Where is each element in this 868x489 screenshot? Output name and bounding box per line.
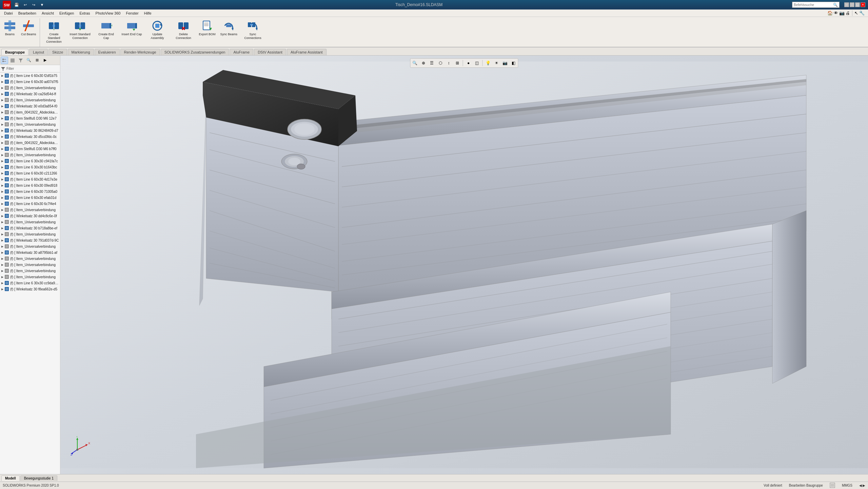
maximize-btn[interactable]: □ <box>850 2 854 7</box>
tree-expand-arrow[interactable]: ▶ <box>1 287 4 291</box>
tree-item[interactable]: ▶(f) [ Item Line 6 60x30 09ed918 <box>0 182 60 188</box>
tree-item[interactable]: ▶(f) [ item_0041922_Abdeckkappe <box>0 109 60 115</box>
vp-sun-btn[interactable]: ☀ <box>493 59 500 67</box>
vp-magnify-btn[interactable]: 🔍 <box>411 59 419 67</box>
create-standard-connection-button[interactable]: + Create Standard Connection <box>41 18 67 45</box>
vp-zoom-btn[interactable]: ⊞ <box>454 59 461 67</box>
tree-expand-arrow[interactable]: ▶ <box>1 214 4 218</box>
tree-item[interactable]: ▶(f) [ Item Line 6 60x30 c211266 <box>0 170 60 176</box>
vp-move-btn[interactable]: ↕ <box>445 59 453 67</box>
vp-filter-btn[interactable]: ⊕ <box>420 59 427 67</box>
tree-expand-arrow[interactable]: ▶ <box>1 220 4 224</box>
tree-item[interactable]: ▶(f) [ Item Line 6 30x30 b1643bc <box>0 164 60 170</box>
insert-end-cap-button[interactable]: Insert End Cap <box>120 18 144 45</box>
tree-item[interactable]: ▶(f) [ Item Line 6 60x30 4d17e3e <box>0 176 60 182</box>
tree-expand-arrow[interactable]: ▶ <box>1 171 4 175</box>
tree-item[interactable]: ▶(f) [ Item_Universalverbindung <box>0 262 60 268</box>
sync-connections-button[interactable]: Sync Connections <box>240 18 265 45</box>
delete-connection-button[interactable]: Delete Connection <box>171 18 196 45</box>
menu-einfuegen[interactable]: Einfügen <box>57 11 77 16</box>
tree-item[interactable]: ▶(f) [ Item_Universalverbindung <box>0 274 60 280</box>
tree-expand-arrow[interactable]: ▶ <box>1 257 4 260</box>
tree-expand-arrow[interactable]: ▶ <box>1 245 4 248</box>
tree-expand-arrow[interactable]: ▶ <box>1 98 4 102</box>
tree-item[interactable]: ▶(f) [ Item_Universalverbindung <box>0 207 60 213</box>
menu-extras[interactable]: Extras <box>77 11 93 16</box>
tree-item[interactable]: ▶(f) [ Item Line 6 60x30 efab31d <box>0 195 60 201</box>
tab-evaluieren[interactable]: Evaluieren <box>95 49 120 55</box>
update-assembly-button[interactable]: Update Assembly <box>145 18 170 45</box>
tab-solidworks-zusatz[interactable]: SOLIDWORKS Zusatzanwendungen <box>161 49 229 55</box>
tree-expand-arrow[interactable]: ▶ <box>1 269 4 272</box>
tree-item[interactable]: ▶(f) [ Winkelsatz 30 f8ea662e-d5 <box>0 286 60 292</box>
sidebar-tree-list[interactable]: ▶(f) [ Item Line 6 60x30 f2df1b75▶(f) [ … <box>0 73 60 474</box>
view-icon[interactable]: 👁 <box>834 11 838 16</box>
tree-expand-arrow[interactable]: ▶ <box>1 86 4 89</box>
tree-item[interactable]: ▶(f) [ Item Line 6 60x30 f2df1b75 <box>0 73 60 79</box>
tree-expand-arrow[interactable]: ▶ <box>1 263 4 266</box>
tab-aluframe[interactable]: AluFrame <box>230 49 253 55</box>
tree-item[interactable]: ▶(f) [ Winkelsatz 30 d5cd3fdc-0c <box>0 134 60 140</box>
menu-hilfe[interactable]: Hilfe <box>141 11 154 16</box>
tree-expand-arrow[interactable]: ▶ <box>1 232 4 236</box>
tree-item[interactable]: ▶(f) [ Winkelsatz 30 a8795bb1-af <box>0 249 60 256</box>
tree-item[interactable]: ▶(f) [ Item Stellfuß D30 M6 b7ff0 <box>0 146 60 152</box>
redo-quick-btn[interactable]: ↪ <box>30 1 37 8</box>
restore-btn[interactable]: ◱ <box>855 2 860 7</box>
tree-item[interactable]: ▶(f) [ Item_Universalverbindung <box>0 219 60 225</box>
menu-ansicht[interactable]: Ansicht <box>39 11 57 16</box>
tree-item[interactable]: ▶(f) [ Item Line 6 60x30 ad07d7f5 <box>0 79 60 85</box>
vp-layers-btn[interactable]: ☰ <box>428 59 436 67</box>
tree-item[interactable]: ▶(f) [ Item_Universalverbindung <box>0 243 60 249</box>
tree-item[interactable]: ▶(f) [ Item_Universalverbindung <box>0 256 60 262</box>
sidebar-arrow-btn[interactable]: ▶ <box>41 57 49 64</box>
tree-expand-arrow[interactable]: ▶ <box>1 117 4 120</box>
tab-dstv[interactable]: DStV Assistant <box>254 49 286 55</box>
tree-expand-arrow[interactable]: ▶ <box>1 80 4 83</box>
vp-light-btn[interactable]: 💡 <box>485 59 492 67</box>
close-btn[interactable]: ✕ <box>861 2 865 7</box>
tab-baugruppe[interactable]: Baugruppe <box>1 49 28 55</box>
tree-item[interactable]: ▶(f) [ Item Line 6 60x30 6c7f4e4 <box>0 201 60 207</box>
tree-expand-arrow[interactable]: ▶ <box>1 202 4 205</box>
tree-expand-arrow[interactable]: ▶ <box>1 92 4 96</box>
tree-item[interactable]: ▶(f) [ Winkelsatz 30 86248409-d7 <box>0 127 60 134</box>
tree-expand-arrow[interactable]: ▶ <box>1 178 4 181</box>
tree-item[interactable]: ▶(f) [ Winkelsatz 30 791d037d-9C <box>0 237 60 243</box>
menu-fenster[interactable]: Fenster <box>123 11 141 16</box>
command-search[interactable] <box>794 3 833 7</box>
3d-viewport[interactable]: 🔍 ⊕ ☰ ⬡ ↕ ⊞ ● ◫ 💡 ☀ 📷 ◧ X <box>60 56 868 474</box>
vp-render-btn[interactable]: ● <box>465 59 472 67</box>
sidebar-filter-btn[interactable] <box>17 57 24 64</box>
tree-expand-arrow[interactable]: ▶ <box>1 184 4 187</box>
tree-expand-arrow[interactable]: ▶ <box>1 153 4 157</box>
tree-item[interactable]: ▶(f) [ Item Line 6 30x30 c941fa7c <box>0 158 60 164</box>
tree-expand-arrow[interactable]: ▶ <box>1 123 4 126</box>
tree-expand-arrow[interactable]: ▶ <box>1 104 4 108</box>
sidebar-expand-btn[interactable]: ⊞ <box>33 57 41 64</box>
tree-expand-arrow[interactable]: ▶ <box>1 251 4 254</box>
options-quick-btn[interactable]: ▼ <box>38 1 46 8</box>
tree-expand-arrow[interactable]: ▶ <box>1 281 4 285</box>
tree-expand-arrow[interactable]: ▶ <box>1 196 4 199</box>
home-icon[interactable]: 🏠 <box>827 11 833 16</box>
tree-expand-arrow[interactable]: ▶ <box>1 135 4 138</box>
selection-icon[interactable]: ↖ <box>854 11 858 16</box>
vp-section-btn[interactable]: ◧ <box>510 59 517 67</box>
tree-item[interactable]: ▶(f) [ Item_Universalverbindung <box>0 152 60 158</box>
insert-standard-connection-button[interactable]: Insert Standard Connection <box>67 18 93 45</box>
tree-item[interactable]: ▶(f) [ Winkelsatz 30 e0d3a854-f0 <box>0 103 60 109</box>
tree-expand-arrow[interactable]: ▶ <box>1 129 4 132</box>
export-bom-button[interactable]: Export BOM <box>197 18 218 45</box>
tree-item[interactable]: ▶(f) [ Item Stellfuß D30 M6 12e7 <box>0 115 60 121</box>
tab-bewegungsstudie[interactable]: Bewegungsstudie 1 <box>20 475 57 481</box>
tree-expand-arrow[interactable]: ▶ <box>1 110 4 114</box>
tree-item[interactable]: ▶(f) [ Item Line 6 30x30 cc9da9af-4e <box>0 280 60 286</box>
vp-camera-btn[interactable]: 📷 <box>501 59 509 67</box>
tree-item[interactable]: ▶(f) [ Item Line 6 60x30 71005a0 <box>0 188 60 195</box>
tree-expand-arrow[interactable]: ▶ <box>1 226 4 230</box>
print-icon[interactable]: 🖨 <box>846 11 850 16</box>
sidebar-tree-btn[interactable] <box>1 57 8 64</box>
tab-layout[interactable]: Layout <box>29 49 48 55</box>
menu-bearbeiten[interactable]: Bearbeiten <box>16 11 39 16</box>
